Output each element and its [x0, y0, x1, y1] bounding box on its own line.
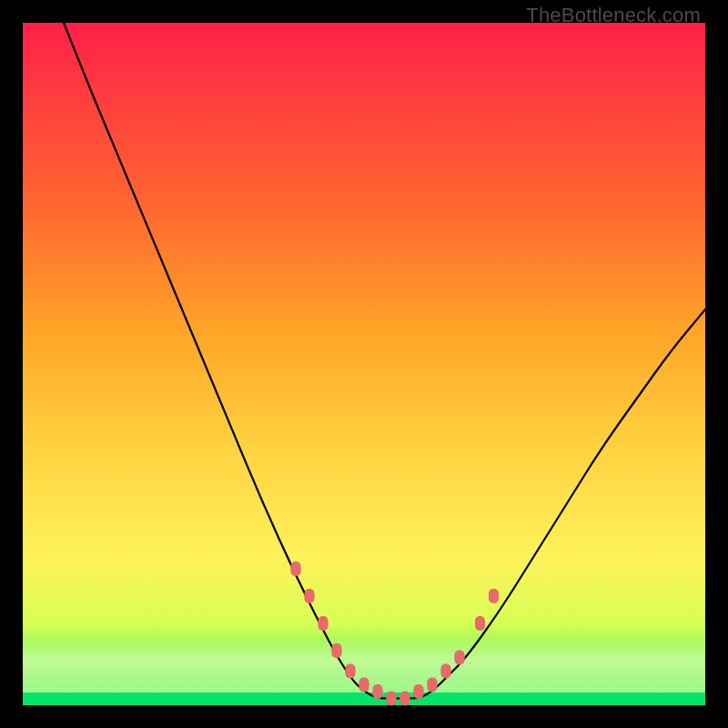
chart-frame: [23, 23, 705, 705]
marker-dot: [475, 619, 485, 629]
bottleneck-curve: [64, 23, 705, 699]
watermark-text: TheBottleneck.com: [526, 4, 701, 27]
marker-group: [291, 561, 500, 706]
marker-dot: [359, 680, 369, 690]
marker-dot: [318, 619, 329, 629]
marker-dot: [373, 687, 383, 697]
marker-dot: [387, 693, 397, 703]
marker-dot: [414, 687, 424, 697]
marker-dot: [455, 652, 465, 662]
marker-dot: [332, 646, 342, 656]
marker-dot: [489, 592, 499, 602]
marker-dot: [346, 666, 356, 676]
marker-dot: [305, 592, 315, 602]
marker-dot: [428, 680, 438, 690]
marker-dot: [291, 564, 301, 574]
marker-dot: [400, 693, 410, 703]
chart-svg: [23, 23, 705, 705]
marker-dot: [441, 666, 451, 676]
